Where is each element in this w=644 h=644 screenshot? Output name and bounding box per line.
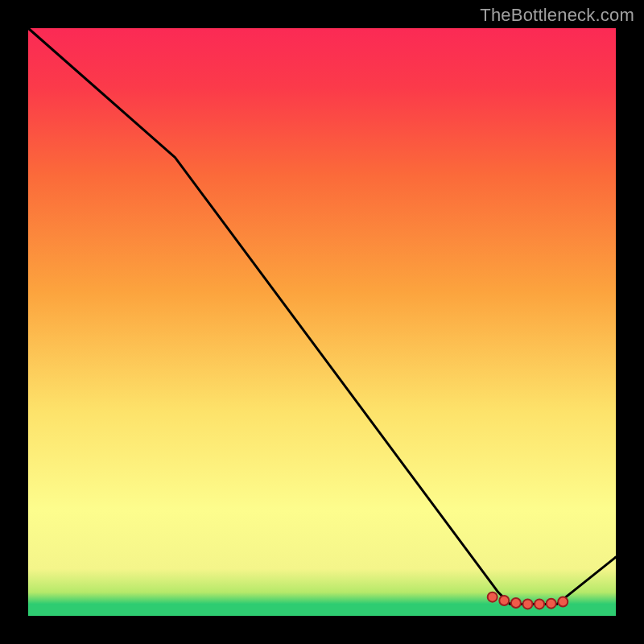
plot-area: [28, 28, 616, 616]
chart-frame: TheBottleneck.com: [0, 0, 644, 644]
watermark-label: TheBottleneck.com: [480, 5, 634, 26]
chart-svg: [28, 28, 616, 616]
series-line: [28, 28, 616, 604]
